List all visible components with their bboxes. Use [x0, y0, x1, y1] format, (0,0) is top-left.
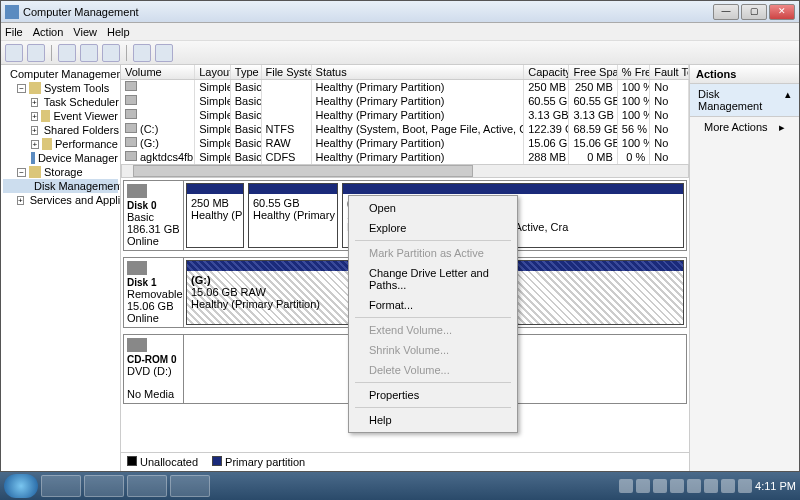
extra-button[interactable] — [155, 44, 173, 62]
ctx-explore[interactable]: Explore — [351, 218, 515, 238]
tree-device-manager[interactable]: Device Manager — [3, 151, 118, 165]
ctx-shrink-volume: Shrink Volume... — [351, 340, 515, 360]
col-type[interactable]: Type — [231, 65, 262, 79]
collapse-icon[interactable]: − — [17, 168, 26, 177]
minimize-button[interactable]: — — [713, 4, 739, 20]
start-button[interactable] — [4, 474, 38, 498]
volume-row[interactable]: (C:)SimpleBasicNTFSHealthy (System, Boot… — [121, 122, 689, 136]
disk-icon — [127, 184, 147, 198]
menu-view[interactable]: View — [73, 26, 97, 38]
actions-disk-management[interactable]: Disk Management▴ — [690, 84, 799, 117]
col-pctfree[interactable]: % Free — [618, 65, 650, 79]
taskbar-item[interactable] — [127, 475, 167, 497]
expand-icon[interactable]: + — [17, 196, 24, 205]
taskbar-item[interactable] — [84, 475, 124, 497]
tree-task-scheduler[interactable]: +Task Scheduler — [3, 95, 118, 109]
volume-header: Volume Layout Type File System Status Ca… — [121, 65, 689, 80]
horizontal-scrollbar[interactable] — [121, 164, 689, 178]
tray-icon[interactable] — [704, 479, 718, 493]
volume-list: Volume Layout Type File System Status Ca… — [121, 65, 689, 164]
tree-services[interactable]: +Services and Applications — [3, 193, 118, 207]
col-filesystem[interactable]: File System — [262, 65, 312, 79]
disk0-partition-1[interactable]: 250 MBHealthy (Primary P — [186, 183, 244, 248]
ctx-format[interactable]: Format... — [351, 295, 515, 315]
storage-icon — [29, 166, 41, 178]
disk0-partition-2[interactable]: 60.55 GBHealthy (Primary Parti — [248, 183, 338, 248]
context-menu: Open Explore Mark Partition as Active Ch… — [348, 195, 518, 433]
maximize-button[interactable]: ▢ — [741, 4, 767, 20]
show-hide-button[interactable] — [58, 44, 76, 62]
volume-icon[interactable] — [738, 479, 752, 493]
titlebar[interactable]: Computer Management — ▢ ✕ — [1, 1, 799, 23]
volume-row[interactable]: SimpleBasicHealthy (Primary Partition)3.… — [121, 108, 689, 122]
close-button[interactable]: ✕ — [769, 4, 795, 20]
perf-icon — [42, 138, 52, 150]
tree-root[interactable]: Computer Management (Local — [3, 67, 118, 81]
menu-file[interactable]: File — [5, 26, 23, 38]
tray-icon[interactable] — [636, 479, 650, 493]
col-capacity[interactable]: Capacity — [524, 65, 569, 79]
scrollbar-thumb[interactable] — [133, 165, 473, 177]
volume-row[interactable]: SimpleBasicHealthy (Primary Partition)60… — [121, 94, 689, 108]
cdrom-label: CD-ROM 0 DVD (D:) No Media — [124, 335, 184, 403]
volume-row[interactable]: SimpleBasicHealthy (Primary Partition)25… — [121, 80, 689, 94]
ctx-help[interactable]: Help — [351, 410, 515, 430]
tree-event-viewer[interactable]: +Event Viewer — [3, 109, 118, 123]
menu-help[interactable]: Help — [107, 26, 130, 38]
clock[interactable]: 4:11 PM — [755, 480, 796, 492]
back-button[interactable] — [5, 44, 23, 62]
col-layout[interactable]: Layout — [195, 65, 231, 79]
tray-icon[interactable] — [670, 479, 684, 493]
tree-disk-management[interactable]: Disk Management — [3, 179, 118, 193]
taskbar-item[interactable] — [41, 475, 81, 497]
col-free[interactable]: Free Space — [569, 65, 617, 79]
ctx-change-drive-letter[interactable]: Change Drive Letter and Paths... — [351, 263, 515, 295]
console-tree: Computer Management (Local −System Tools… — [1, 65, 121, 471]
ctx-open[interactable]: Open — [351, 198, 515, 218]
network-icon[interactable] — [721, 479, 735, 493]
ctx-properties[interactable]: Properties — [351, 385, 515, 405]
expand-icon[interactable]: + — [31, 126, 38, 135]
tree-storage[interactable]: −Storage — [3, 165, 118, 179]
tray-icon[interactable] — [687, 479, 701, 493]
tree-shared-folders[interactable]: +Shared Folders — [3, 123, 118, 137]
toolbar — [1, 41, 799, 65]
chevron-right-icon: ▸ — [779, 121, 785, 134]
col-volume[interactable]: Volume — [121, 65, 195, 79]
expand-icon[interactable]: + — [31, 112, 38, 121]
actions-more[interactable]: More Actions▸ — [690, 117, 799, 137]
drive-icon — [125, 151, 137, 161]
tray-icon[interactable] — [653, 479, 667, 493]
disk-0-label: Disk 0 Basic 186.31 GB Online — [124, 181, 184, 250]
col-status[interactable]: Status — [312, 65, 525, 79]
ctx-mark-active: Mark Partition as Active — [351, 243, 515, 263]
collapse-icon[interactable]: − — [17, 84, 26, 93]
help-button[interactable] — [133, 44, 151, 62]
collapse-icon: ▴ — [785, 88, 791, 112]
actions-header: Actions — [690, 65, 799, 84]
taskbar-item[interactable] — [170, 475, 210, 497]
col-fault[interactable]: Fault Tole — [650, 65, 689, 79]
drive-icon — [125, 81, 137, 91]
volume-row[interactable]: agktdcs4fb (E:)SimpleBasicCDFSHealthy (P… — [121, 150, 689, 164]
volume-row[interactable]: (G:)SimpleBasicRAWHealthy (Primary Parti… — [121, 136, 689, 150]
tree-performance[interactable]: +Performance — [3, 137, 118, 151]
expand-icon[interactable]: + — [31, 98, 38, 107]
event-icon — [41, 110, 50, 122]
app-icon — [5, 5, 19, 19]
tray-icon[interactable] — [619, 479, 633, 493]
properties-button[interactable] — [80, 44, 98, 62]
menubar: File Action View Help — [1, 23, 799, 41]
taskbar: 4:11 PM — [0, 472, 800, 500]
menu-action[interactable]: Action — [33, 26, 64, 38]
forward-button[interactable] — [27, 44, 45, 62]
tree-system-tools[interactable]: −System Tools — [3, 81, 118, 95]
legend: Unallocated Primary partition — [121, 452, 689, 471]
legend-primary-swatch — [212, 456, 222, 466]
disk-icon — [127, 261, 147, 275]
window-title: Computer Management — [23, 6, 713, 18]
refresh-button[interactable] — [102, 44, 120, 62]
drive-icon — [125, 137, 137, 147]
device-icon — [31, 152, 35, 164]
expand-icon[interactable]: + — [31, 140, 39, 149]
